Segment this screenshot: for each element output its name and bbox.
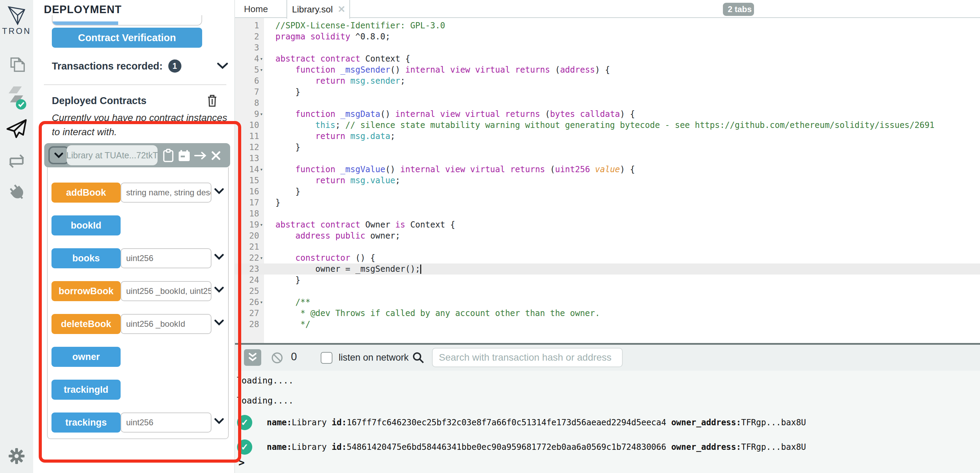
transactions-chevron-down-icon[interactable] [217,62,228,70]
code-line-24: 24 } [235,274,980,286]
tab-close-icon[interactable]: ✕ [337,4,345,15]
listen-on-network-label: listen on network [339,352,409,363]
deployed-contracts-heading: Deployed Contracts [52,95,146,107]
deployed-contracts-row: Deployed Contracts [52,94,218,107]
log-message: name:Library id:167ff7fc646230ec25bf32c0… [267,418,806,427]
function-expand-chevron-icon[interactable] [214,254,224,260]
code-line-2: 2pragma solidity ^0.8.0; [235,31,980,42]
tabs-count-badge[interactable]: 2 tabs [723,3,754,16]
slider-fill [52,21,118,25]
fold-marker-icon[interactable]: ▾ [260,252,267,263]
tron-wordmark: TRON [0,26,33,36]
function-params-input-addBook[interactable]: string name, string descriptio [121,183,212,202]
transactions-recorder-icon[interactable] [0,151,33,172]
terminal-expand-button[interactable] [244,349,261,366]
terminal-log-entry: ✓name:Library id:167ff7fc646230ec25bf32c… [237,415,806,430]
terminal-loading-line: loading.... [236,395,294,406]
deployment-panel: DEPLOYMENT Contract Verification Transac… [33,0,235,473]
fold-marker-icon[interactable]: ▾ [260,164,267,175]
code-line-21: 21 [235,241,980,252]
line-number: 8 [235,97,259,108]
line-number: 5 [235,64,259,75]
tab-library-label: Library.sol [292,4,333,15]
function-button-books[interactable]: books [51,248,121,268]
calendar-icon[interactable] [177,148,192,163]
terminal-prompt[interactable]: > [239,456,245,468]
code-line-13: 13 [235,153,980,164]
function-expand-chevron-icon[interactable] [214,188,224,194]
function-params-input-books[interactable]: uint256 [121,248,212,268]
line-number: 22 [235,252,259,263]
search-icon [412,351,424,364]
section-divider [44,84,226,85]
line-number: 3 [235,42,259,53]
code-line-26: 26▾ /** [235,297,980,308]
solidity-compiler-icon[interactable] [0,86,33,111]
trash-icon[interactable] [207,94,218,107]
function-expand-chevron-icon[interactable] [214,418,224,424]
line-number: 16 [235,186,259,197]
function-button-trackings[interactable]: trackings [51,412,121,433]
function-row-books: uint256books [48,248,229,268]
function-row-bookId: bookId [48,215,229,236]
instance-title[interactable]: Library at TUAte...72tkT [67,145,158,165]
pending-tx-count: 0 [291,350,297,363]
code-editor[interactable]: Home Library.sol ✕ 1//SPDX-License-Ident… [235,0,980,345]
code-line-28: 28 */ [235,319,980,330]
code-line-4: 4▾abstract contract Context { [235,53,980,64]
fold-marker-icon[interactable]: ▾ [260,297,267,308]
line-number: 10 [235,119,259,131]
line-number: 4 [235,53,259,64]
code-line-12: 12 } [235,142,980,153]
terminal-output[interactable]: loading....loading....✓name:Library id:1… [235,371,980,473]
listen-on-network-checkbox[interactable] [321,352,332,364]
plugin-manager-icon[interactable] [0,181,33,202]
code-line-25: 25 [235,286,980,297]
function-button-owner[interactable]: owner [51,347,121,367]
function-button-deleteBook[interactable]: deleteBook [51,314,121,334]
transactions-recorded-label: Transactions recorded: [52,61,163,72]
tab-library-sol[interactable]: Library.sol ✕ [286,0,350,19]
function-expand-chevron-icon[interactable] [214,320,224,326]
function-params-input-borrowBook[interactable]: uint256 _bookId, uint256 sta [121,281,212,301]
settings-gear-icon[interactable] [0,447,33,465]
contract-verification-button[interactable]: Contract Verification [52,28,202,48]
text-cursor [420,264,421,274]
function-button-borrowBook[interactable]: borrowBook [51,281,121,301]
function-row-trackings: uint256trackings [48,412,229,433]
tron-logo-icon [0,4,33,27]
function-button-addBook[interactable]: addBook [51,183,121,202]
terminal-search-input[interactable]: Search with transaction hash or address [432,348,623,367]
transactions-count-badge: 1 [168,59,181,73]
run-deploy-icon[interactable] [0,118,33,139]
code-line-18: 18 [235,208,980,219]
value-slider-remnant[interactable] [52,15,202,25]
file-explorer-icon[interactable] [0,55,33,74]
icon-sidebar: TRON [0,0,33,473]
code-lines[interactable]: 1//SPDX-License-Identifier: GPL-3.02prag… [235,20,980,330]
fold-marker-icon[interactable]: ▾ [260,108,267,119]
function-params-input-deleteBook[interactable]: uint256 _bookId [121,314,212,334]
instance-expand-toggle[interactable] [48,146,69,164]
function-expand-chevron-icon[interactable] [214,287,224,293]
terminal-toolbar: 0 listen on network Search with transact… [235,345,980,371]
page-title: DEPLOYMENT [44,3,122,16]
fold-marker-icon[interactable]: ▾ [260,64,267,75]
function-params-input-trackings[interactable]: uint256 [121,412,212,433]
function-button-bookId[interactable]: bookId [51,215,121,236]
line-number: 6 [235,75,259,86]
close-instance-icon[interactable] [208,148,224,163]
success-check-icon: ✓ [237,415,252,430]
function-button-trackingId[interactable]: trackingId [51,380,121,400]
clipboard-icon[interactable] [161,148,176,163]
line-number: 15 [235,175,259,186]
arrow-right-icon[interactable] [193,148,208,163]
function-row-addBook: string name, string descriptioaddBook [48,183,229,202]
line-number: 23 [235,263,259,274]
fold-marker-icon[interactable]: ▾ [260,219,267,230]
tab-home[interactable]: Home [239,0,273,18]
editor-tab-bar: Home Library.sol ✕ [235,0,980,18]
fold-marker-icon[interactable]: ▾ [260,53,267,64]
clear-console-icon[interactable] [271,352,283,364]
function-row-borrowBook: uint256 _bookId, uint256 staborrowBook [48,281,229,301]
